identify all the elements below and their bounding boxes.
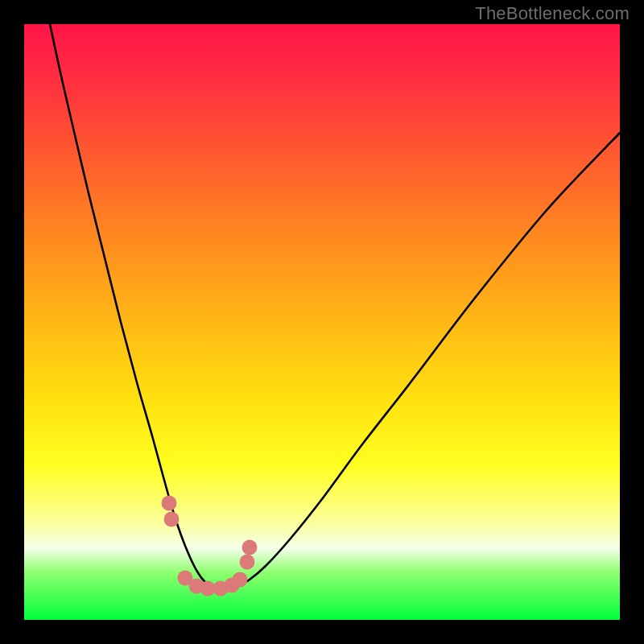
data-dots: [162, 496, 258, 597]
data-dot: [164, 512, 180, 527]
data-dot: [233, 572, 248, 588]
data-dot: [240, 555, 255, 570]
chart-frame: TheBottleneck.com: [0, 0, 644, 644]
watermark-text: TheBottleneck.com: [475, 3, 630, 24]
bottleneck-curve: [50, 24, 620, 588]
plot-area: [24, 24, 620, 620]
data-dot: [162, 496, 177, 511]
chart-svg: [24, 24, 620, 620]
data-dot: [242, 540, 258, 555]
